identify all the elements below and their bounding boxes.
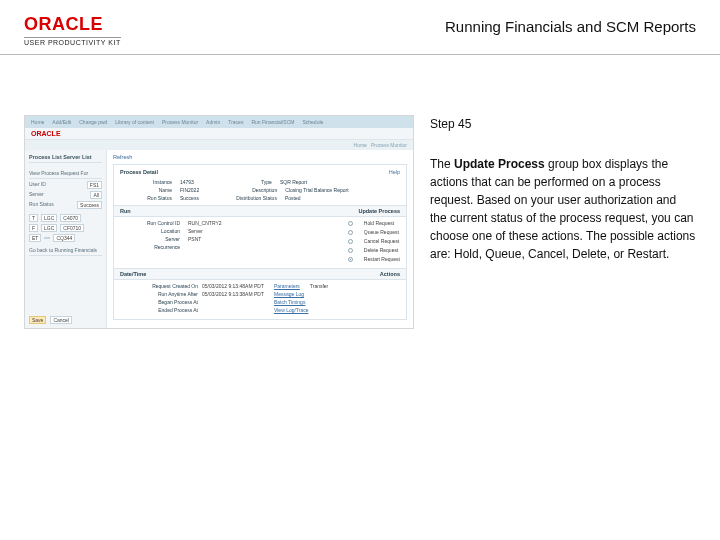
- step-description: The Update Process group box displays th…: [430, 155, 696, 263]
- refresh-link[interactable]: Refresh: [113, 154, 407, 160]
- action-link[interactable]: Message Log: [274, 291, 328, 297]
- mock-breadcrumb: Home Process Monitor: [25, 140, 413, 150]
- process-row: Run StatusSuccess Distribution StatusPos…: [120, 195, 400, 201]
- process-row: Instance14793 TypeSQR Report: [120, 179, 400, 185]
- update-option[interactable]: Restart Request: [348, 256, 400, 262]
- actions-col: Parameters Transfer Message Log Batch Ti…: [274, 283, 328, 313]
- list-item: FLGCCF0710: [29, 224, 102, 232]
- nav-item: Change pwd: [79, 119, 107, 125]
- section-datetime: Date/Time: [120, 271, 146, 277]
- radio-icon: [348, 257, 353, 262]
- sidebar-field: Run StatusSuccess: [29, 201, 102, 209]
- step-label: Step 45: [430, 115, 696, 133]
- update-option[interactable]: Hold Request: [348, 220, 400, 226]
- nav-item: Schedule: [302, 119, 323, 125]
- save-button[interactable]: Save: [29, 316, 46, 324]
- help-link[interactable]: Help: [389, 169, 400, 175]
- action-link[interactable]: Batch Timings: [274, 299, 328, 305]
- nav-item: Run Financial/SCM: [251, 119, 294, 125]
- mock-topnav: Home Add/Edit Change pwd Library of cont…: [25, 116, 413, 128]
- mock-main: Refresh Process Detail Help Instance1479…: [107, 150, 413, 328]
- nav-item: Library of content: [115, 119, 154, 125]
- mock-sidebar: Process List Server List View Process Re…: [25, 150, 107, 328]
- list-item: TLGCC4070: [29, 214, 102, 222]
- header: ORACLE USER PRODUCTIVITY KIT Running Fin…: [0, 0, 720, 54]
- mock-oracle-logo: ORACLE: [31, 130, 61, 137]
- update-process-bold: Update Process: [454, 157, 545, 171]
- breadcrumb-item: Home: [354, 142, 367, 148]
- action-link[interactable]: Parameters: [274, 283, 300, 289]
- process-row: NameFIN2022 DescriptionClosing Trial Bal…: [120, 187, 400, 193]
- run-field: Recurrence: [120, 244, 334, 250]
- radio-icon: [348, 221, 353, 226]
- nav-item: Traces: [228, 119, 243, 125]
- header-divider: [0, 54, 720, 55]
- breadcrumb-item: Process Monitor: [371, 142, 407, 148]
- section-update: Update Process: [358, 208, 400, 214]
- mock-brand-bar: ORACLE: [25, 128, 413, 140]
- run-field: ServerPSNT: [120, 236, 334, 242]
- process-detail-box: Process Detail Help Instance14793 TypeSQ…: [113, 164, 407, 320]
- nav-item: Admin: [206, 119, 220, 125]
- update-option[interactable]: Cancel Request: [348, 238, 400, 244]
- cancel-button[interactable]: Cancel: [50, 316, 72, 324]
- sidebar-field: User IDFS1: [29, 181, 102, 189]
- sidebar-buttons: Save Cancel: [29, 310, 102, 324]
- oracle-upk-logo: ORACLE USER PRODUCTIVITY KIT: [24, 14, 121, 46]
- sidebar-list: TLGCC4070 FLGCCF0710 ETCQ344: [29, 214, 102, 242]
- text-column: Step 45 The Update Process group box dis…: [430, 115, 696, 263]
- run-field: Run Control IDRUN_CNTRY2: [120, 220, 334, 226]
- update-process-group: Hold Request Queue Request Cancel Reques…: [348, 220, 400, 264]
- section-actions: Actions: [380, 271, 400, 277]
- screenshot-column: Home Add/Edit Change pwd Library of cont…: [24, 115, 414, 329]
- app-screenshot: Home Add/Edit Change pwd Library of cont…: [24, 115, 414, 329]
- sidebar-view-label: View Process Request For: [29, 167, 102, 179]
- action-extra: Transfer: [310, 283, 328, 289]
- mock-body: Process List Server List View Process Re…: [25, 150, 413, 328]
- datetime-col: Request Created On05/03/2012 9:13:48AM P…: [120, 283, 264, 313]
- document-title: Running Financials and SCM Reports: [445, 14, 696, 35]
- update-option[interactable]: Delete Request: [348, 247, 400, 253]
- list-item: ETCQ344: [29, 234, 102, 242]
- radio-icon: [348, 239, 353, 244]
- sidebar-tabs: Process List Server List: [29, 154, 102, 163]
- radio-icon: [348, 248, 353, 253]
- nav-item: Add/Edit: [52, 119, 71, 125]
- section-run: Run: [120, 208, 131, 214]
- sidebar-tip: Go back to Running Financials: [29, 244, 102, 256]
- radio-icon: [348, 230, 353, 235]
- content-columns: Home Add/Edit Change pwd Library of cont…: [0, 115, 720, 329]
- update-option[interactable]: Queue Request: [348, 229, 400, 235]
- run-field: LocationServer: [120, 228, 334, 234]
- process-detail-title: Process Detail: [120, 169, 158, 175]
- sidebar-field: ServerAll: [29, 191, 102, 199]
- oracle-logo-subtext: USER PRODUCTIVITY KIT: [24, 37, 121, 46]
- action-link[interactable]: View Log/Trace: [274, 307, 328, 313]
- nav-item: Process Monitor: [162, 119, 198, 125]
- nav-item: Home: [31, 119, 44, 125]
- oracle-logo-text: ORACLE: [24, 14, 121, 35]
